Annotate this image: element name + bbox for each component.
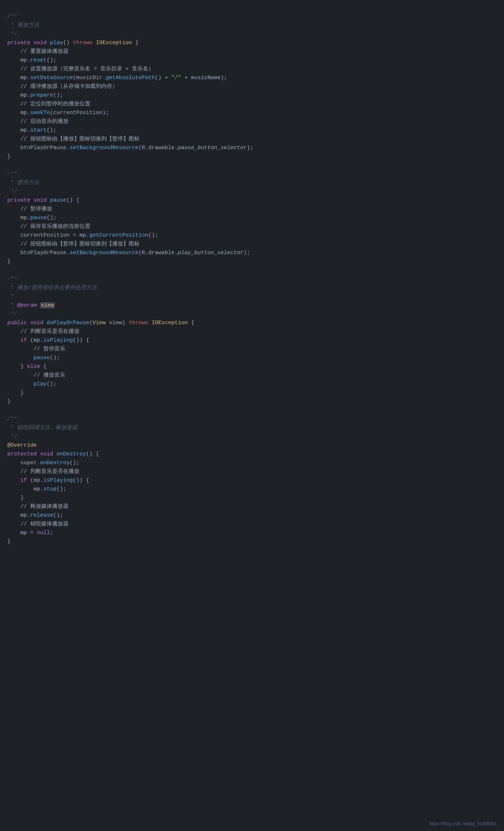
code-line: pause(); — [7, 354, 497, 362]
code-line: mp.reset(); — [7, 56, 497, 65]
code-line: // 定位到暂停时的播放位置 — [7, 100, 497, 109]
code-line: btnPlayOrPause.setBackgroundResource(R.d… — [7, 144, 497, 152]
code-line: // 缓冲播放源（从存储卡加载到内存） — [7, 82, 497, 91]
code-line: mp.stop(); — [7, 485, 497, 494]
code-line: mp.seekTo(currentPosition); — [7, 109, 497, 117]
code-line: /** — [7, 275, 497, 284]
code-line: if (mp.isPlaying()) { — [7, 476, 497, 485]
code-line: * 播放方法 — [7, 21, 497, 30]
code-line: /** — [7, 415, 497, 424]
code-line: // 判断音乐是否在播放 — [7, 467, 497, 476]
code-line: } — [7, 397, 497, 406]
code-line: */ — [7, 30, 497, 39]
code-line: } — [7, 257, 497, 266]
code-line: private void play() throws IOException { — [7, 39, 497, 47]
code-line: public void doPlayOrPause(View view) thr… — [7, 319, 497, 327]
code-line: */ — [7, 432, 497, 441]
code-line: mp.prepare(); — [7, 91, 497, 100]
code-line: // 播放音乐 — [7, 371, 497, 380]
code-line: * 销毁回调方法，释放资源 — [7, 424, 497, 432]
code-line: play(); — [7, 380, 497, 389]
code-line: // 启动音乐的播放 — [7, 117, 497, 126]
code-line: mp.start(); — [7, 126, 497, 135]
code-line: private void pause() { — [7, 196, 497, 205]
footer-url: https://blog.csdn.net/qq_51008001 — [430, 820, 497, 827]
code-line: /** — [7, 170, 497, 179]
code-line: super.onDestroy(); — [7, 459, 497, 467]
code-line: } — [7, 152, 497, 161]
code-line: } — [7, 537, 497, 546]
code-line: // 释放媒体播放器 — [7, 502, 497, 511]
code-line: // 销毁媒体播放器 — [7, 520, 497, 529]
code-line: * — [7, 292, 497, 301]
code-block: /** * 播放方法 */private void play() throws … — [0, 0, 504, 561]
code-line: protected void onDestroy() { — [7, 450, 497, 459]
code-line: mp = null; — [7, 529, 497, 537]
code-line: // 重置媒体播放器 — [7, 47, 497, 56]
code-line: @Override — [7, 441, 497, 450]
code-line: btnPlayOrPause.setBackgroundResource(R.d… — [7, 249, 497, 257]
code-line: */ — [7, 310, 497, 319]
code-line: // 按钮图标由【播放】图标切换到【暂停】图标 — [7, 135, 497, 144]
code-line: // 暂停播放 — [7, 205, 497, 214]
code-line: * @param view — [7, 301, 497, 310]
code-line: currentPosition = mp.getCurrentPosition(… — [7, 231, 497, 240]
code-line: /** — [7, 12, 497, 21]
code-line — [7, 406, 497, 415]
code-line: * 暂停方法 — [7, 179, 497, 187]
code-line: if (mp.isPlaying()) { — [7, 336, 497, 345]
code-line — [7, 161, 497, 170]
code-line: * 播放/暂停按钮单击事件处理方法 — [7, 284, 497, 292]
code-line: // 按钮图标由【暂停】图标切换到【播放】图标 — [7, 240, 497, 249]
code-line: } — [7, 494, 497, 502]
code-line: } else { — [7, 362, 497, 371]
code-line: // 判断音乐是否在播放 — [7, 327, 497, 336]
code-line: mp.setDataSource(musicDir.getAbsolutePat… — [7, 74, 497, 82]
code-line: } — [7, 389, 497, 397]
code-line: mp.pause(); — [7, 214, 497, 222]
code-line: // 保存音乐播放的当前位置 — [7, 222, 497, 231]
code-line: mp.release(); — [7, 511, 497, 520]
code-line: */ — [7, 187, 497, 196]
code-line: // 暂停音乐 — [7, 345, 497, 354]
code-line: // 设置播放源（完整音乐名 = 音乐目录 + 音乐名） — [7, 65, 497, 74]
code-line — [7, 266, 497, 275]
